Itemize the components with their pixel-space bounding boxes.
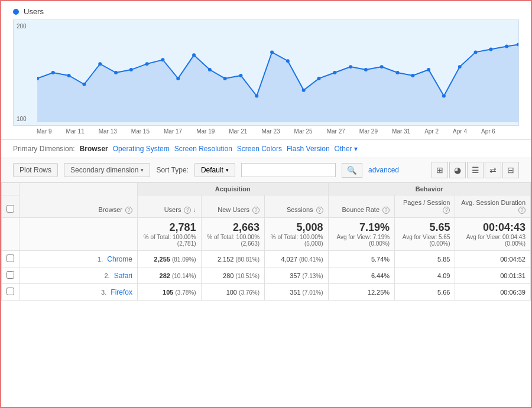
chart-x-labels: Mar 9 Mar 11 Mar 13 Mar 15 Mar 17 Mar 19… (13, 126, 519, 139)
data-table: Browser ? Acquisition Behavior Users ? ↓… (1, 182, 531, 301)
view-compare-button[interactable]: ⇄ (485, 162, 501, 178)
dim-screen-colors[interactable]: Screen Colors (237, 145, 282, 153)
svg-point-25 (411, 74, 414, 77)
svg-point-26 (427, 68, 430, 71)
row-browser-cell: 1. Chrome (20, 251, 138, 267)
row-bounce-rate-cell: 12.25% (328, 284, 395, 301)
row-users-value: 2,255 (154, 256, 170, 263)
totals-checkbox-cell (2, 218, 20, 251)
checkbox-col-header (2, 195, 20, 218)
row-sessions-cell: 351 (7.01%) (265, 284, 329, 301)
y-label-100: 100 (17, 116, 27, 122)
chart-svg (37, 20, 518, 125)
row-checkbox[interactable] (7, 288, 14, 295)
totals-sessions-cell: 5,008 % of Total: 100.00% (5,008) (265, 218, 329, 251)
row-checkbox-cell (2, 284, 20, 301)
sessions-info-icon[interactable]: ? (316, 207, 323, 214)
sort-type-button[interactable]: Default ▾ (194, 163, 235, 177)
svg-point-13 (223, 77, 227, 80)
chart-y-labels: 200 100 (17, 20, 27, 125)
svg-point-30 (489, 47, 492, 51)
row-avg-session-cell: 00:04:52 (455, 251, 531, 267)
row-pages-session-cell: 5.85 (395, 251, 455, 267)
svg-point-18 (302, 89, 306, 92)
advanced-link[interactable]: advanced (368, 166, 399, 174)
search-input[interactable] (241, 163, 336, 177)
primary-dimension-bar: Primary Dimension: Browser Operating Sys… (1, 139, 531, 158)
search-button[interactable]: 🔍 (342, 163, 362, 178)
avg-session-info-icon[interactable]: ? (518, 207, 525, 214)
dim-browser[interactable]: Browser (80, 145, 108, 153)
dim-flash-version[interactable]: Flash Version (287, 145, 330, 153)
svg-point-4 (82, 83, 86, 86)
row-checkbox[interactable] (7, 254, 14, 262)
col-browser-header: Browser ? (20, 183, 138, 218)
row-users-cell: 282 (10.14%) (138, 267, 202, 284)
select-all-header (2, 183, 20, 195)
svg-point-6 (114, 71, 118, 74)
table-row: 3. Firefox 105 (3.78%) 100 (3.76%) 351 (… (2, 284, 531, 301)
svg-point-22 (364, 68, 368, 71)
row-sessions-pct: (7.01%) (303, 289, 323, 296)
svg-point-15 (255, 94, 258, 98)
row-new-users-pct: (3.76%) (239, 289, 259, 296)
totals-browser-cell (20, 218, 138, 251)
pages-session-info-icon[interactable]: ? (443, 207, 450, 214)
row-browser-link[interactable]: Chrome (107, 255, 132, 263)
totals-users-cell: 2,781 % of Total: 100.00% (2,781) (138, 218, 202, 251)
new-users-info-icon[interactable]: ? (252, 207, 259, 214)
svg-point-19 (317, 77, 321, 80)
row-users-value: 282 (160, 272, 170, 279)
svg-point-11 (192, 53, 196, 57)
view-pivot-button[interactable]: ⊟ (502, 162, 519, 178)
table-row: 2. Safari 282 (10.14%) 280 (10.51%) 357 … (2, 267, 531, 284)
row-avg-session-cell: 00:01:31 (455, 267, 531, 284)
col-avg-session-header: Avg. Session Duration ? (455, 195, 531, 218)
svg-point-3 (67, 74, 71, 77)
dim-other[interactable]: Other ▾ (335, 145, 358, 153)
totals-bounce-rate-cell: 7.19% Avg for View: 7.19% (0.00%) (328, 218, 395, 251)
view-pie-button[interactable]: ◕ (449, 162, 466, 178)
svg-point-24 (396, 71, 400, 74)
svg-point-12 (208, 68, 212, 71)
row-users-value: 105 (163, 289, 173, 296)
behavior-group-header: Behavior (328, 183, 530, 195)
browser-info-icon[interactable]: ? (125, 207, 132, 214)
svg-point-2 (51, 71, 55, 74)
secondary-dimension-button[interactable]: Secondary dimension ▾ (64, 163, 150, 177)
row-bounce-rate-cell: 5.74% (328, 251, 395, 267)
chart-area: Users 200 100 (1, 1, 531, 139)
chart-legend-dot (13, 9, 19, 15)
table-row: 1. Chrome 2,255 (81.09%) 2,152 (80.81%) … (2, 251, 531, 267)
col-users-header: Users ? ↓ (138, 195, 202, 218)
plot-rows-button[interactable]: Plot Rows (13, 163, 58, 177)
row-users-cell: 2,255 (81.09%) (138, 251, 202, 267)
row-browser-link[interactable]: Firefox (111, 288, 132, 296)
dim-screen-resolution[interactable]: Screen Resolution (174, 145, 232, 153)
y-label-200: 200 (17, 23, 27, 30)
row-checkbox[interactable] (7, 271, 14, 279)
svg-point-16 (270, 50, 274, 54)
sort-type-label: Sort Type: (156, 166, 188, 174)
row-pages-session-cell: 4.09 (395, 267, 455, 284)
acquisition-group-header: Acquisition (138, 183, 329, 195)
select-all-checkbox[interactable] (7, 205, 14, 213)
row-number: 3. (101, 289, 106, 296)
row-browser-link[interactable]: Safari (114, 272, 132, 280)
bounce-rate-info-icon[interactable]: ? (382, 207, 390, 214)
controls-bar: Plot Rows Secondary dimension ▾ Sort Typ… (1, 158, 531, 182)
view-grid-button[interactable]: ⊞ (432, 162, 448, 178)
chart-container: 200 100 (13, 19, 519, 126)
row-number: 1. (98, 256, 103, 263)
totals-pages-session-cell: 5.65 Avg for View: 5.65 (0.00%) (395, 218, 455, 251)
users-info-icon[interactable]: ? (184, 207, 191, 214)
svg-marker-0 (37, 45, 518, 123)
dim-os[interactable]: Operating System (113, 145, 170, 153)
primary-dimension-label: Primary Dimension: (13, 145, 75, 153)
col-new-users-header: New Users ? (201, 195, 265, 218)
svg-point-10 (176, 77, 180, 80)
view-list-button[interactable]: ☰ (467, 162, 484, 178)
view-icons: ⊞ ◕ ☰ ⇄ ⊟ (432, 162, 519, 178)
row-checkbox-cell (2, 267, 20, 284)
row-new-users-pct: (10.51%) (235, 273, 259, 279)
